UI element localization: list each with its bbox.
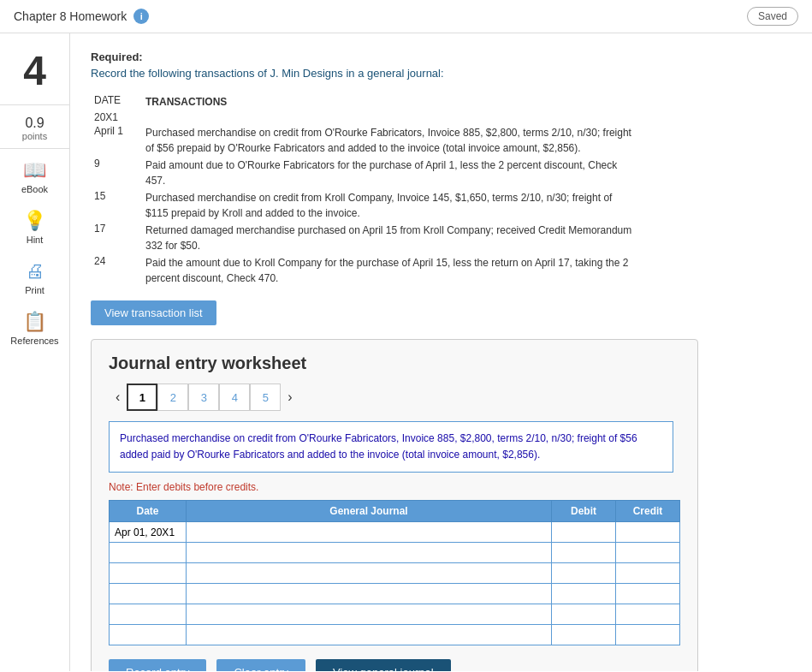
row2-journal-input[interactable] (190, 547, 548, 559)
note-text: Note: Enter debits before credits. (109, 481, 680, 493)
row6-journal[interactable] (187, 625, 552, 645)
info-icon[interactable]: i (133, 9, 149, 24)
row3-debit-input[interactable] (555, 568, 612, 580)
row1-debit-input[interactable] (555, 526, 612, 538)
print-label: Print (25, 285, 44, 295)
ebook-icon: 📖 (23, 159, 46, 181)
desc-17: Returned damaged merchandise purchased o… (142, 222, 638, 254)
row5-debit-input[interactable] (555, 609, 612, 621)
row5-journal[interactable] (187, 604, 552, 625)
desc-15: Purchased merchandise on credit from Kro… (142, 189, 638, 222)
tab-nav: ‹ 1 2 3 4 5 › (109, 384, 680, 411)
desc-24: Paid the amount due to Kroll Company for… (142, 254, 638, 287)
row3-debit[interactable] (552, 563, 616, 584)
tab-3-button[interactable]: 3 (188, 384, 219, 411)
journal-table-header: Date General Journal Debit Credit (110, 501, 680, 522)
row3-credit[interactable] (616, 563, 680, 584)
view-general-journal-button[interactable]: View general journal (316, 659, 451, 671)
sidebar-tool-hint[interactable]: 💡 Hint (0, 203, 69, 252)
row6-date-input[interactable] (113, 629, 182, 641)
row4-credit-input[interactable] (619, 588, 676, 600)
row3-credit-input[interactable] (619, 568, 676, 580)
journal-col-header: General Journal (187, 501, 552, 522)
row4-debit[interactable] (552, 584, 616, 604)
worksheet-title: Journal entry worksheet (109, 354, 680, 373)
view-transaction-button[interactable]: View transaction list (91, 300, 216, 325)
required-label: Required: (91, 51, 791, 63)
worksheet-container: Journal entry worksheet ‹ 1 2 3 4 5 › Pu… (91, 339, 698, 671)
desc-april1: Purchased merchandise on credit from O'R… (142, 124, 638, 157)
row3-date (110, 563, 187, 584)
clear-entry-button[interactable]: Clear entry (216, 659, 305, 671)
print-icon: 🖨 (26, 260, 44, 282)
row1-date (110, 522, 187, 543)
row5-journal-input[interactable] (190, 609, 548, 621)
row1-credit[interactable] (616, 522, 680, 543)
row1-credit-input[interactable] (619, 526, 676, 538)
row6-credit[interactable] (616, 625, 680, 645)
row4-journal-input[interactable] (190, 588, 548, 600)
journal-row-3 (110, 563, 680, 584)
action-buttons: Record entry Clear entry View general jo… (109, 659, 680, 671)
date-sub-row: 20X1 (91, 110, 638, 124)
row2-credit-input[interactable] (619, 547, 676, 559)
points-label: points (0, 131, 69, 141)
journal-row-2 (110, 543, 680, 563)
sidebar-tool-ebook[interactable]: 📖 eBook (0, 152, 69, 201)
sidebar-tool-print[interactable]: 🖨 Print (0, 253, 69, 302)
date-header: DATE (91, 93, 142, 110)
row6-debit-input[interactable] (555, 629, 612, 641)
page-title: Chapter 8 Homework (14, 9, 127, 23)
row2-debit[interactable] (552, 543, 616, 563)
row2-journal[interactable] (187, 543, 552, 563)
tab-next-button[interactable]: › (281, 386, 299, 408)
main-content: Required: Record the following transacti… (70, 33, 812, 671)
tab-4-button[interactable]: 4 (219, 384, 250, 411)
row5-credit-input[interactable] (619, 609, 676, 621)
row3-journal-input[interactable] (190, 568, 548, 580)
row1-journal-input[interactable] (190, 526, 548, 538)
date-24: 24 (91, 254, 142, 287)
references-label: References (10, 336, 58, 346)
row2-date-input[interactable] (113, 547, 182, 559)
row2-debit-input[interactable] (555, 547, 612, 559)
row4-debit-input[interactable] (555, 588, 612, 600)
journal-row-4 (110, 584, 680, 604)
row1-date-input[interactable] (113, 526, 182, 538)
date-col-header: Date (110, 501, 187, 522)
transaction-description: Purchased merchandise on credit from O'R… (109, 421, 673, 473)
row5-date-input[interactable] (113, 609, 182, 621)
row1-journal[interactable] (187, 522, 552, 543)
table-row: 9 Paid amount due to O'Rourke Fabricator… (91, 157, 638, 189)
top-bar: Chapter 8 Homework i Saved (0, 0, 812, 33)
points-value: 0.9 (0, 116, 69, 131)
row6-credit-input[interactable] (619, 629, 676, 641)
row4-journal[interactable] (187, 584, 552, 604)
top-bar-left: Chapter 8 Homework i (14, 9, 149, 24)
table-row: 24 Paid the amount due to Kroll Company … (91, 254, 638, 287)
row6-journal-input[interactable] (190, 629, 548, 641)
hint-label: Hint (27, 235, 44, 245)
sidebar-tool-references[interactable]: 📋 References (0, 304, 69, 353)
tab-1-button[interactable]: 1 (127, 384, 157, 411)
row6-debit[interactable] (552, 625, 616, 645)
row2-credit[interactable] (616, 543, 680, 563)
main-layout: 4 0.9 points 📖 eBook 💡 Hint 🖨 Print 📋 Re… (0, 33, 812, 671)
transactions-header-label: TRANSACTIONS (142, 93, 638, 110)
tab-5-button[interactable]: 5 (250, 384, 281, 411)
tab-2-button[interactable]: 2 (157, 384, 188, 411)
row4-credit[interactable] (616, 584, 680, 604)
row4-date-input[interactable] (113, 588, 182, 600)
date-9: 9 (91, 157, 142, 189)
row5-debit[interactable] (552, 604, 616, 625)
row3-journal[interactable] (187, 563, 552, 584)
ebook-label: eBook (21, 184, 48, 194)
row1-debit[interactable] (552, 522, 616, 543)
journal-row-5 (110, 604, 680, 625)
record-entry-button[interactable]: Record entry (109, 659, 206, 671)
row3-date-input[interactable] (113, 568, 182, 580)
row5-credit[interactable] (616, 604, 680, 625)
points-area: 0.9 points (0, 109, 69, 149)
table-row: 15 Purchased merchandise on credit from … (91, 189, 638, 222)
tab-prev-button[interactable]: ‹ (109, 386, 127, 408)
